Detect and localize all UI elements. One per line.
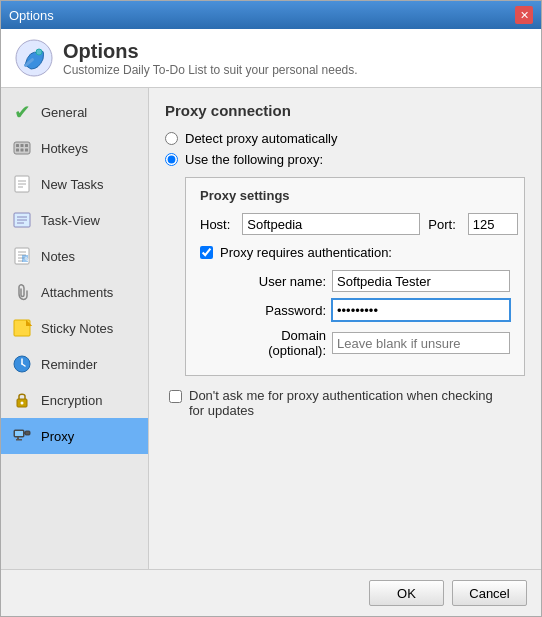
host-label: Host: — [200, 217, 230, 232]
host-port-row: Host: Port: — [200, 213, 510, 235]
general-icon: ✔ — [11, 101, 33, 123]
attachments-icon — [11, 281, 33, 303]
username-label: User name: — [220, 274, 326, 289]
sticky-notes-icon — [11, 317, 33, 339]
sidebar-label-task-view: Task-View — [41, 213, 100, 228]
window-title: Options — [9, 8, 54, 23]
sidebar-item-reminder[interactable]: Reminder — [1, 346, 148, 382]
auth-fields: User name: Password: Domain (optional): — [220, 270, 510, 358]
sidebar: ✔ General Hotkeys New Tasks Task-View — [1, 88, 149, 569]
domain-label: Domain (optional): — [220, 328, 326, 358]
svg-text:✎: ✎ — [24, 256, 30, 263]
header-title: Options — [63, 40, 358, 63]
content-area: ✔ General Hotkeys New Tasks Task-View — [1, 88, 541, 569]
sidebar-label-general: General — [41, 105, 87, 120]
svg-rect-8 — [21, 149, 24, 152]
hotkeys-icon — [11, 137, 33, 159]
svg-rect-9 — [25, 149, 28, 152]
radio-detect-option: Detect proxy automatically — [165, 131, 525, 146]
host-input[interactable] — [242, 213, 420, 235]
sidebar-item-encryption[interactable]: Encryption — [1, 382, 148, 418]
sidebar-item-new-tasks[interactable]: New Tasks — [1, 166, 148, 202]
sidebar-label-new-tasks: New Tasks — [41, 177, 104, 192]
password-row: Password: — [220, 299, 510, 321]
domain-input[interactable] — [332, 332, 510, 354]
svg-rect-36 — [25, 431, 30, 435]
header-text: Options Customize Daily To-Do List to su… — [63, 40, 358, 77]
svg-rect-34 — [17, 437, 19, 439]
header: Options Customize Daily To-Do List to su… — [1, 29, 541, 88]
sidebar-item-general[interactable]: ✔ General — [1, 94, 148, 130]
sidebar-item-proxy[interactable]: Proxy — [1, 418, 148, 454]
svg-rect-7 — [16, 149, 19, 152]
username-input[interactable] — [332, 270, 510, 292]
sidebar-label-notes: Notes — [41, 249, 75, 264]
sidebar-label-encryption: Encryption — [41, 393, 102, 408]
svg-rect-35 — [16, 439, 22, 441]
sidebar-label-sticky-notes: Sticky Notes — [41, 321, 113, 336]
main-panel: Proxy connection Detect proxy automatica… — [149, 88, 541, 569]
proxy-icon — [11, 425, 33, 447]
sidebar-label-reminder: Reminder — [41, 357, 97, 372]
port-input[interactable] — [468, 213, 518, 235]
sidebar-label-attachments: Attachments — [41, 285, 113, 300]
close-button[interactable]: ✕ — [515, 6, 533, 24]
svg-rect-3 — [14, 142, 30, 154]
reminder-icon — [11, 353, 33, 375]
new-tasks-icon — [11, 173, 33, 195]
svg-rect-4 — [16, 144, 19, 147]
username-row: User name: — [220, 270, 510, 292]
encryption-icon — [11, 389, 33, 411]
auth-checkbox[interactable] — [200, 246, 213, 259]
svg-rect-33 — [15, 431, 23, 436]
notes-icon: ✎ — [11, 245, 33, 267]
section-title: Proxy connection — [165, 102, 525, 119]
sidebar-item-task-view[interactable]: Task-View — [1, 202, 148, 238]
dont-ask-checkbox[interactable] — [169, 390, 182, 403]
sidebar-label-hotkeys: Hotkeys — [41, 141, 88, 156]
radio-detect[interactable] — [165, 132, 178, 145]
sidebar-item-attachments[interactable]: Attachments — [1, 274, 148, 310]
dont-ask-label: Don't ask me for proxy authentication wh… — [189, 388, 509, 418]
title-bar: Options ✕ — [1, 1, 541, 29]
auth-checkbox-label: Proxy requires authentication: — [220, 245, 392, 260]
task-view-icon — [11, 209, 33, 231]
footer: OK Cancel — [1, 569, 541, 616]
password-label: Password: — [220, 303, 326, 318]
radio-use-option: Use the following proxy: — [165, 152, 525, 167]
radio-detect-label: Detect proxy automatically — [185, 131, 337, 146]
sidebar-label-proxy: Proxy — [41, 429, 74, 444]
sidebar-item-notes[interactable]: ✎ Notes — [1, 238, 148, 274]
radio-group: Detect proxy automatically Use the follo… — [165, 131, 525, 167]
svg-point-2 — [36, 49, 42, 55]
dont-ask-row: Don't ask me for proxy authentication wh… — [169, 388, 525, 418]
proxy-settings-title: Proxy settings — [200, 188, 510, 203]
proxy-settings-box: Proxy settings Host: Port: Proxy require… — [185, 177, 525, 376]
options-icon — [15, 39, 53, 77]
ok-button[interactable]: OK — [369, 580, 444, 606]
port-label: Port: — [428, 217, 455, 232]
window: Options ✕ Options Customize Daily To-Do … — [0, 0, 542, 617]
password-input[interactable] — [332, 299, 510, 321]
sidebar-item-sticky-notes[interactable]: Sticky Notes — [1, 310, 148, 346]
svg-rect-6 — [25, 144, 28, 147]
radio-use[interactable] — [165, 153, 178, 166]
svg-point-31 — [21, 402, 24, 405]
domain-row: Domain (optional): — [220, 328, 510, 358]
auth-checkbox-row: Proxy requires authentication: — [200, 245, 510, 260]
radio-use-label: Use the following proxy: — [185, 152, 323, 167]
svg-rect-5 — [21, 144, 24, 147]
sidebar-item-hotkeys[interactable]: Hotkeys — [1, 130, 148, 166]
header-subtitle: Customize Daily To-Do List to suit your … — [63, 63, 358, 77]
cancel-button[interactable]: Cancel — [452, 580, 527, 606]
